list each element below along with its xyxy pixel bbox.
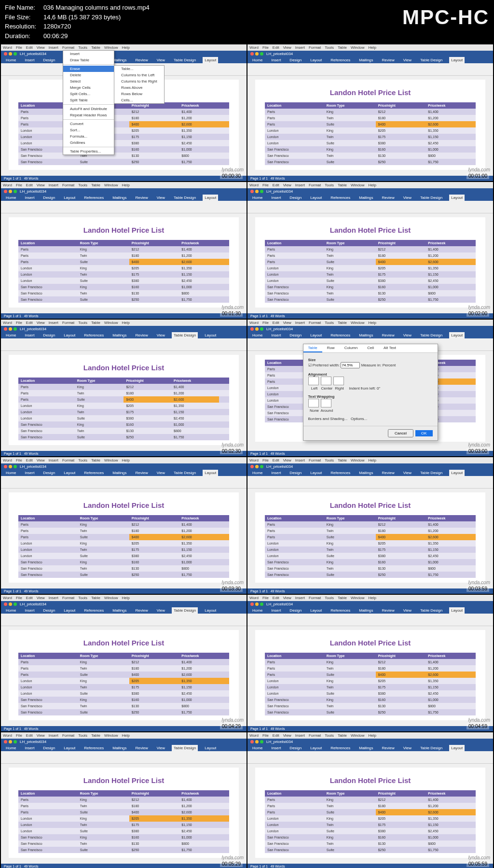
- cancel-button[interactable]: Cancel: [388, 429, 413, 437]
- document[interactable]: Landon Hotel Price ListLocationRoom Type…: [255, 768, 485, 858]
- mac-menubar[interactable]: WordFileEditViewInsertFormatToolsTableWi…: [1, 182, 247, 188]
- mac-menubar[interactable]: WordFileEditViewInsertFormatToolsTableWi…: [1, 320, 247, 326]
- document[interactable]: Landon Hotel Price ListLocationRoom Type…: [255, 80, 485, 170]
- align-right[interactable]: [333, 377, 344, 385]
- document[interactable]: Landon Hotel Price ListLocationRoom Type…: [9, 630, 239, 720]
- tab-insert: Insert: [269, 745, 283, 751]
- ribbon-tabs[interactable]: HomeInsertDesignLayoutReferencesMailings…: [1, 745, 247, 751]
- ribbon[interactable]: [1, 614, 247, 626]
- price-table[interactable]: LocationRoom TypePrice/nightPrice/weekPa…: [18, 515, 229, 578]
- thumbnail-6[interactable]: WordFileEditViewInsertFormatToolsTableWi…: [247, 320, 493, 456]
- thumbnail-1[interactable]: WordFileEditViewInsertFormatToolsTableWi…: [1, 44, 247, 181]
- width-input[interactable]: [341, 362, 360, 368]
- price-table[interactable]: LocationRoom TypePrice/nightPrice/weekPa…: [265, 653, 476, 715]
- wrap-none[interactable]: [308, 399, 319, 407]
- mac-menubar[interactable]: WordFileEditViewInsertFormatToolsTableWi…: [1, 732, 247, 739]
- document[interactable]: Landon Hotel Price ListLocationRoom Type…: [255, 492, 485, 583]
- thumbnail-2[interactable]: WordFileEditViewInsertFormatToolsTableWi…: [247, 44, 493, 181]
- tab-view: View: [155, 745, 167, 751]
- table-menu[interactable]: InsertDraw TableEraseDeleteSelectMerge C…: [63, 50, 114, 155]
- ribbon[interactable]: [247, 476, 493, 489]
- menu-table: Table: [91, 596, 100, 600]
- table-row: ParisSuite$400$2,600: [18, 534, 229, 540]
- thumbnail-12[interactable]: WordFileEditViewInsertFormatToolsTableWi…: [247, 732, 493, 868]
- ribbon-tabs[interactable]: HomeInsertDesignLayoutReferencesMailings…: [247, 607, 493, 614]
- ribbon[interactable]: [1, 338, 247, 351]
- price-table[interactable]: LocationRoom TypePrice/nightPrice/weekPa…: [265, 102, 476, 165]
- ribbon[interactable]: [1, 751, 247, 764]
- menu-help: Help: [122, 596, 129, 600]
- document[interactable]: Landon Hotel Price ListLocationRoom Type…: [255, 217, 485, 308]
- table-row: San FranciscoSuite$250$1,750: [18, 709, 229, 715]
- thumbnail-4[interactable]: WordFileEditViewInsertFormatToolsTableWi…: [247, 182, 493, 319]
- price-table[interactable]: LocationRoom TypePrice/nightPrice/weekPa…: [18, 240, 229, 303]
- mac-menubar[interactable]: WordFileEditViewInsertFormatToolsTableWi…: [247, 182, 493, 188]
- tab-view: View: [155, 332, 167, 338]
- window-titlebar: LH_pricelist034: [247, 326, 493, 332]
- ribbon-tabs[interactable]: HomeInsertDesignLayoutReferencesMailings…: [1, 607, 247, 614]
- wrap-around[interactable]: [321, 399, 331, 407]
- ribbon[interactable]: [247, 63, 493, 76]
- lynda-watermark: lynda.com: [468, 305, 490, 310]
- timestamp: 00:04:29: [220, 723, 243, 729]
- mac-menubar[interactable]: WordFileEditViewInsertFormatToolsTableWi…: [1, 457, 247, 463]
- document[interactable]: Landon Hotel Price ListLocationRoom Type…: [9, 217, 239, 308]
- tab-home: Home: [250, 470, 264, 476]
- mac-menubar[interactable]: WordFileEditViewInsertFormatToolsTableWi…: [1, 595, 247, 601]
- ribbon-tabs[interactable]: HomeInsertDesignLayoutReferencesMailings…: [247, 470, 493, 476]
- price-table[interactable]: LocationRoom TypePrice/nightPrice/weekPa…: [265, 790, 476, 853]
- price-table[interactable]: LocationRoom TypePrice/nightPrice/weekPa…: [265, 515, 476, 578]
- thumbnail-5[interactable]: WordFileEditViewInsertFormatToolsTableWi…: [1, 320, 247, 456]
- ribbon-tabs[interactable]: HomeInsertDesignLayoutReferencesMailings…: [247, 332, 493, 338]
- ribbon[interactable]: [1, 201, 247, 213]
- price-table[interactable]: LocationRoom TypePrice/nightPrice/weekPa…: [18, 653, 229, 715]
- price-table[interactable]: LocationRoom TypePrice/nightPrice/weekPa…: [18, 790, 229, 853]
- document[interactable]: Landon Hotel Price ListLocationRoom Type…: [9, 355, 239, 445]
- insert-submenu[interactable]: Table...Columns to the LeftColumns to th…: [114, 65, 165, 104]
- thumbnail-3[interactable]: WordFileEditViewInsertFormatToolsTableWi…: [1, 182, 247, 319]
- align-center[interactable]: [321, 377, 331, 385]
- price-table[interactable]: LocationRoom TypePrice/nightPrice/weekPa…: [18, 102, 229, 165]
- mac-menubar[interactable]: WordFileEditViewInsertFormatToolsTableWi…: [1, 44, 247, 51]
- mac-menubar[interactable]: WordFileEditViewInsertFormatToolsTableWi…: [247, 457, 493, 463]
- menu-table: Table: [338, 458, 347, 462]
- document[interactable]: Landon Hotel Price ListLocationRoom Type…: [9, 492, 239, 583]
- ribbon-tabs[interactable]: HomeInsertDesignLayoutReferencesMailings…: [1, 470, 247, 476]
- menu-edit: Edit: [273, 45, 279, 50]
- menu-insert: Insert: [49, 183, 58, 187]
- ribbon[interactable]: [247, 201, 493, 213]
- price-table[interactable]: LocationRoom TypePrice/nightPrice/weekPa…: [265, 240, 476, 303]
- ribbon[interactable]: [247, 751, 493, 764]
- menu-word: Word: [249, 45, 259, 50]
- ribbon-tabs[interactable]: HomeInsertDesignLayoutReferencesMailings…: [1, 195, 247, 201]
- ribbon[interactable]: [1, 476, 247, 489]
- align-left[interactable]: [308, 377, 319, 385]
- price-table[interactable]: LocationRoom TypePrice/nightPrice/weekPa…: [18, 378, 229, 440]
- mac-menubar[interactable]: WordFileEditViewInsertFormatToolsTableWi…: [247, 595, 493, 601]
- ribbon-tabs[interactable]: HomeInsertDesignLayoutReferencesMailings…: [1, 332, 247, 338]
- document[interactable]: Landon Hotel Price ListLocationRoom Type…: [255, 630, 485, 720]
- ribbon-tabs[interactable]: HomeInsertDesignLayoutReferencesMailings…: [247, 745, 493, 751]
- mac-menubar[interactable]: WordFileEditViewInsertFormatToolsTableWi…: [247, 44, 493, 51]
- menu-item: Formula...: [63, 133, 114, 140]
- document[interactable]: Landon Hotel Price ListLocationRoom Type…: [9, 768, 239, 858]
- thumbnail-10[interactable]: WordFileEditViewInsertFormatToolsTableWi…: [247, 595, 493, 731]
- mac-menubar[interactable]: WordFileEditViewInsertFormatToolsTableWi…: [247, 732, 493, 739]
- ribbon-tabs[interactable]: HomeInsertDesignLayoutReferencesMailings…: [1, 57, 247, 63]
- ribbon[interactable]: [247, 614, 493, 626]
- tab-view: View: [401, 470, 413, 476]
- thumbnail-11[interactable]: WordFileEditViewInsertFormatToolsTableWi…: [1, 732, 247, 868]
- thumbnail-7[interactable]: WordFileEditViewInsertFormatToolsTableWi…: [1, 457, 247, 594]
- tab-layout: Layout: [62, 470, 77, 476]
- thumbnail-8[interactable]: WordFileEditViewInsertFormatToolsTableWi…: [247, 457, 493, 594]
- status-bar: Page 1 of 1 49 Words: [247, 726, 493, 731]
- dialog-tab: Row: [322, 344, 340, 352]
- table-properties-dialog[interactable]: TableRowColumnCellAlt TextSize☑ Preferre…: [303, 344, 438, 441]
- ribbon-tabs[interactable]: HomeInsertDesignLayoutReferencesMailings…: [247, 195, 493, 201]
- tab-layout: Layout: [62, 332, 77, 338]
- ribbon-tabs[interactable]: HomeInsertDesignLayoutReferencesMailings…: [247, 57, 493, 63]
- thumbnail-9[interactable]: WordFileEditViewInsertFormatToolsTableWi…: [1, 595, 247, 731]
- mac-menubar[interactable]: WordFileEditViewInsertFormatToolsTableWi…: [247, 320, 493, 326]
- ok-button[interactable]: OK: [415, 430, 433, 436]
- tab-layout: Layout: [203, 607, 218, 614]
